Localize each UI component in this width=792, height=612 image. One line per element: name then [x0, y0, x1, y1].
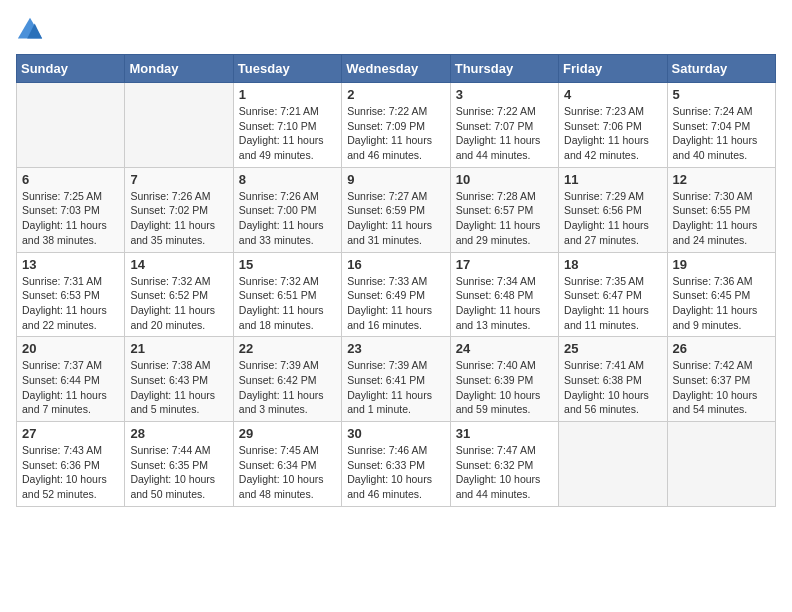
- calendar-cell: 19Sunrise: 7:36 AM Sunset: 6:45 PM Dayli…: [667, 252, 775, 337]
- calendar-cell: 5Sunrise: 7:24 AM Sunset: 7:04 PM Daylig…: [667, 83, 775, 168]
- day-number: 4: [564, 87, 661, 102]
- calendar-cell: [17, 83, 125, 168]
- weekday-header: Monday: [125, 55, 233, 83]
- calendar-cell: 8Sunrise: 7:26 AM Sunset: 7:00 PM Daylig…: [233, 167, 341, 252]
- calendar-cell: 9Sunrise: 7:27 AM Sunset: 6:59 PM Daylig…: [342, 167, 450, 252]
- day-number: 6: [22, 172, 119, 187]
- calendar-cell: 21Sunrise: 7:38 AM Sunset: 6:43 PM Dayli…: [125, 337, 233, 422]
- calendar-cell: 23Sunrise: 7:39 AM Sunset: 6:41 PM Dayli…: [342, 337, 450, 422]
- day-info: Sunrise: 7:40 AM Sunset: 6:39 PM Dayligh…: [456, 358, 553, 417]
- day-info: Sunrise: 7:25 AM Sunset: 7:03 PM Dayligh…: [22, 189, 119, 248]
- calendar-cell: 11Sunrise: 7:29 AM Sunset: 6:56 PM Dayli…: [559, 167, 667, 252]
- calendar-cell: 1Sunrise: 7:21 AM Sunset: 7:10 PM Daylig…: [233, 83, 341, 168]
- day-info: Sunrise: 7:21 AM Sunset: 7:10 PM Dayligh…: [239, 104, 336, 163]
- day-number: 28: [130, 426, 227, 441]
- day-info: Sunrise: 7:36 AM Sunset: 6:45 PM Dayligh…: [673, 274, 770, 333]
- day-number: 9: [347, 172, 444, 187]
- weekday-header-row: SundayMondayTuesdayWednesdayThursdayFrid…: [17, 55, 776, 83]
- calendar-cell: 30Sunrise: 7:46 AM Sunset: 6:33 PM Dayli…: [342, 422, 450, 507]
- day-info: Sunrise: 7:41 AM Sunset: 6:38 PM Dayligh…: [564, 358, 661, 417]
- day-info: Sunrise: 7:35 AM Sunset: 6:47 PM Dayligh…: [564, 274, 661, 333]
- calendar-cell: 22Sunrise: 7:39 AM Sunset: 6:42 PM Dayli…: [233, 337, 341, 422]
- day-number: 12: [673, 172, 770, 187]
- calendar-cell: 29Sunrise: 7:45 AM Sunset: 6:34 PM Dayli…: [233, 422, 341, 507]
- calendar-cell: 4Sunrise: 7:23 AM Sunset: 7:06 PM Daylig…: [559, 83, 667, 168]
- day-info: Sunrise: 7:33 AM Sunset: 6:49 PM Dayligh…: [347, 274, 444, 333]
- calendar-cell: 12Sunrise: 7:30 AM Sunset: 6:55 PM Dayli…: [667, 167, 775, 252]
- calendar-cell: 25Sunrise: 7:41 AM Sunset: 6:38 PM Dayli…: [559, 337, 667, 422]
- day-info: Sunrise: 7:44 AM Sunset: 6:35 PM Dayligh…: [130, 443, 227, 502]
- logo: [16, 16, 48, 44]
- day-number: 5: [673, 87, 770, 102]
- day-info: Sunrise: 7:30 AM Sunset: 6:55 PM Dayligh…: [673, 189, 770, 248]
- day-info: Sunrise: 7:32 AM Sunset: 6:51 PM Dayligh…: [239, 274, 336, 333]
- day-info: Sunrise: 7:39 AM Sunset: 6:41 PM Dayligh…: [347, 358, 444, 417]
- day-number: 3: [456, 87, 553, 102]
- calendar-table: SundayMondayTuesdayWednesdayThursdayFrid…: [16, 54, 776, 507]
- day-number: 27: [22, 426, 119, 441]
- calendar-cell: 31Sunrise: 7:47 AM Sunset: 6:32 PM Dayli…: [450, 422, 558, 507]
- day-number: 29: [239, 426, 336, 441]
- day-number: 14: [130, 257, 227, 272]
- day-number: 2: [347, 87, 444, 102]
- calendar-cell: 7Sunrise: 7:26 AM Sunset: 7:02 PM Daylig…: [125, 167, 233, 252]
- day-number: 16: [347, 257, 444, 272]
- calendar-cell: 20Sunrise: 7:37 AM Sunset: 6:44 PM Dayli…: [17, 337, 125, 422]
- day-info: Sunrise: 7:26 AM Sunset: 7:02 PM Dayligh…: [130, 189, 227, 248]
- calendar-cell: 24Sunrise: 7:40 AM Sunset: 6:39 PM Dayli…: [450, 337, 558, 422]
- day-info: Sunrise: 7:45 AM Sunset: 6:34 PM Dayligh…: [239, 443, 336, 502]
- calendar-week-row: 1Sunrise: 7:21 AM Sunset: 7:10 PM Daylig…: [17, 83, 776, 168]
- calendar-cell: 26Sunrise: 7:42 AM Sunset: 6:37 PM Dayli…: [667, 337, 775, 422]
- calendar-cell: 28Sunrise: 7:44 AM Sunset: 6:35 PM Dayli…: [125, 422, 233, 507]
- day-info: Sunrise: 7:47 AM Sunset: 6:32 PM Dayligh…: [456, 443, 553, 502]
- calendar-cell: 3Sunrise: 7:22 AM Sunset: 7:07 PM Daylig…: [450, 83, 558, 168]
- day-info: Sunrise: 7:24 AM Sunset: 7:04 PM Dayligh…: [673, 104, 770, 163]
- weekday-header: Friday: [559, 55, 667, 83]
- day-number: 24: [456, 341, 553, 356]
- day-info: Sunrise: 7:23 AM Sunset: 7:06 PM Dayligh…: [564, 104, 661, 163]
- logo-icon: [16, 16, 44, 44]
- weekday-header: Wednesday: [342, 55, 450, 83]
- day-number: 26: [673, 341, 770, 356]
- day-number: 13: [22, 257, 119, 272]
- calendar-cell: 17Sunrise: 7:34 AM Sunset: 6:48 PM Dayli…: [450, 252, 558, 337]
- day-number: 30: [347, 426, 444, 441]
- day-number: 22: [239, 341, 336, 356]
- day-info: Sunrise: 7:31 AM Sunset: 6:53 PM Dayligh…: [22, 274, 119, 333]
- calendar-week-row: 27Sunrise: 7:43 AM Sunset: 6:36 PM Dayli…: [17, 422, 776, 507]
- day-number: 25: [564, 341, 661, 356]
- calendar-cell: [559, 422, 667, 507]
- day-info: Sunrise: 7:26 AM Sunset: 7:00 PM Dayligh…: [239, 189, 336, 248]
- day-info: Sunrise: 7:42 AM Sunset: 6:37 PM Dayligh…: [673, 358, 770, 417]
- header: [16, 16, 776, 44]
- calendar-cell: 10Sunrise: 7:28 AM Sunset: 6:57 PM Dayli…: [450, 167, 558, 252]
- day-number: 17: [456, 257, 553, 272]
- weekday-header: Sunday: [17, 55, 125, 83]
- day-number: 8: [239, 172, 336, 187]
- calendar-cell: 18Sunrise: 7:35 AM Sunset: 6:47 PM Dayli…: [559, 252, 667, 337]
- calendar-week-row: 20Sunrise: 7:37 AM Sunset: 6:44 PM Dayli…: [17, 337, 776, 422]
- day-info: Sunrise: 7:29 AM Sunset: 6:56 PM Dayligh…: [564, 189, 661, 248]
- day-number: 31: [456, 426, 553, 441]
- calendar-cell: 6Sunrise: 7:25 AM Sunset: 7:03 PM Daylig…: [17, 167, 125, 252]
- calendar-cell: 16Sunrise: 7:33 AM Sunset: 6:49 PM Dayli…: [342, 252, 450, 337]
- day-number: 18: [564, 257, 661, 272]
- day-number: 15: [239, 257, 336, 272]
- day-number: 7: [130, 172, 227, 187]
- calendar-week-row: 6Sunrise: 7:25 AM Sunset: 7:03 PM Daylig…: [17, 167, 776, 252]
- day-info: Sunrise: 7:38 AM Sunset: 6:43 PM Dayligh…: [130, 358, 227, 417]
- day-number: 23: [347, 341, 444, 356]
- day-number: 19: [673, 257, 770, 272]
- day-info: Sunrise: 7:39 AM Sunset: 6:42 PM Dayligh…: [239, 358, 336, 417]
- calendar-week-row: 13Sunrise: 7:31 AM Sunset: 6:53 PM Dayli…: [17, 252, 776, 337]
- day-info: Sunrise: 7:37 AM Sunset: 6:44 PM Dayligh…: [22, 358, 119, 417]
- calendar-cell: 13Sunrise: 7:31 AM Sunset: 6:53 PM Dayli…: [17, 252, 125, 337]
- calendar-cell: [667, 422, 775, 507]
- day-info: Sunrise: 7:22 AM Sunset: 7:07 PM Dayligh…: [456, 104, 553, 163]
- weekday-header: Saturday: [667, 55, 775, 83]
- day-number: 20: [22, 341, 119, 356]
- calendar-cell: 14Sunrise: 7:32 AM Sunset: 6:52 PM Dayli…: [125, 252, 233, 337]
- day-number: 11: [564, 172, 661, 187]
- calendar-cell: 2Sunrise: 7:22 AM Sunset: 7:09 PM Daylig…: [342, 83, 450, 168]
- day-info: Sunrise: 7:32 AM Sunset: 6:52 PM Dayligh…: [130, 274, 227, 333]
